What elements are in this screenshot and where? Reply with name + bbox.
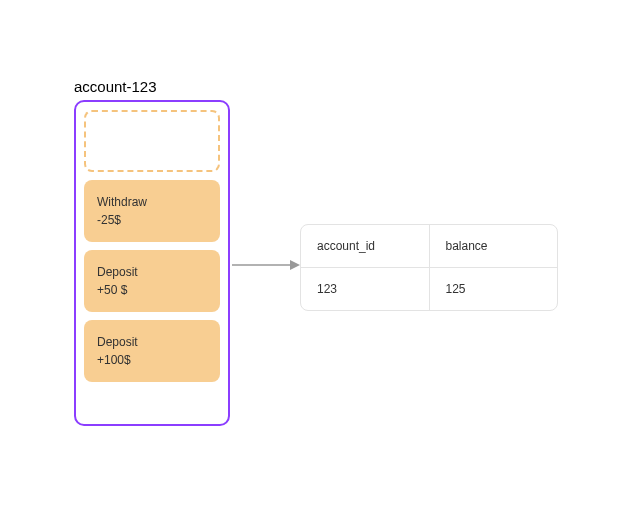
table-header-cell: account_id bbox=[301, 225, 430, 267]
table-cell: 125 bbox=[430, 268, 558, 310]
arrow-icon bbox=[232, 258, 300, 272]
account-container: Withdraw -25$ Deposit +50 $ Deposit +100… bbox=[74, 100, 230, 426]
svg-marker-1 bbox=[290, 260, 300, 270]
event-card: Withdraw -25$ bbox=[84, 180, 220, 242]
event-card: Deposit +50 $ bbox=[84, 250, 220, 312]
account-label: account-123 bbox=[74, 78, 157, 95]
event-title: Deposit bbox=[97, 335, 207, 349]
placeholder-event-slot bbox=[84, 110, 220, 172]
table-header-cell: balance bbox=[430, 225, 558, 267]
table-cell: 123 bbox=[301, 268, 430, 310]
table-header-row: account_id balance bbox=[301, 225, 557, 268]
event-title: Deposit bbox=[97, 265, 207, 279]
balance-table: account_id balance 123 125 bbox=[300, 224, 558, 311]
event-amount: -25$ bbox=[97, 213, 207, 227]
event-card: Deposit +100$ bbox=[84, 320, 220, 382]
event-title: Withdraw bbox=[97, 195, 207, 209]
event-amount: +100$ bbox=[97, 353, 207, 367]
event-amount: +50 $ bbox=[97, 283, 207, 297]
table-row: 123 125 bbox=[301, 268, 557, 310]
